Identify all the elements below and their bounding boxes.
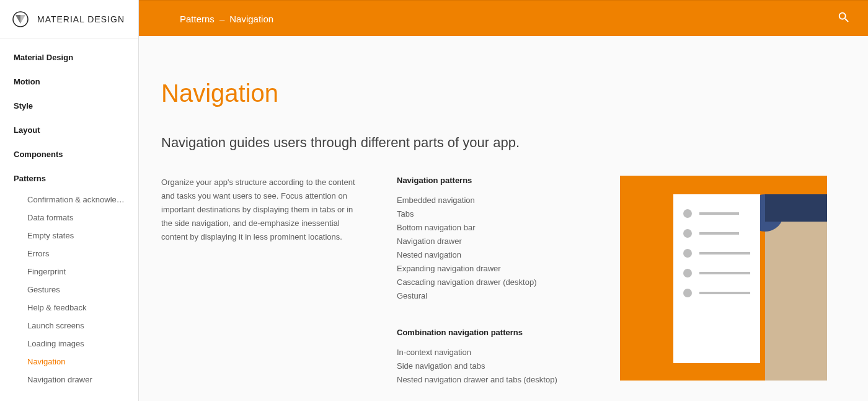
pattern-list: Embedded navigation Tabs Bottom navigati… — [397, 194, 583, 303]
pattern-item: In-context navigation — [397, 346, 583, 359]
section-nav-patterns: Navigation patterns Embedded navigation … — [397, 176, 583, 303]
breadcrumb-parent[interactable]: Patterns — [180, 14, 215, 24]
nav-item-components[interactable]: Components — [0, 142, 138, 166]
pattern-item: Nested navigation — [397, 248, 583, 262]
sub-item-help-feedback[interactable]: Help & feedback — [0, 299, 138, 317]
page-content: Navigation Navigation guides users throu… — [139, 36, 868, 401]
pattern-item: Bottom navigation bar — [397, 221, 583, 235]
column-description: Organize your app's structure according … — [161, 176, 360, 387]
column-illustration — [620, 176, 837, 387]
sidebar-nav: Material Design Motion Style Layout Comp… — [0, 39, 138, 389]
nav-item-style[interactable]: Style — [0, 94, 138, 118]
page-title: Navigation — [161, 79, 837, 107]
sub-item-fingerprint[interactable]: Fingerprint — [0, 263, 138, 281]
illustration-card — [673, 194, 760, 363]
sub-item-launch-screens[interactable]: Launch screens — [0, 317, 138, 335]
nav-item-material-design[interactable]: Material Design — [0, 45, 138, 70]
material-logo-icon — [12, 11, 29, 27]
sub-item-gestures[interactable]: Gestures — [0, 281, 138, 299]
content-columns: Organize your app's structure according … — [161, 176, 837, 387]
sidebar[interactable]: MATERIAL DESIGN Material Design Motion S… — [0, 0, 139, 401]
sub-item-confirmation[interactable]: Confirmation & acknowledge… — [0, 191, 138, 209]
page-intro: Navigation guides users through differen… — [161, 135, 837, 151]
sub-item-data-formats[interactable]: Data formats — [0, 209, 138, 227]
app-root: MATERIAL DESIGN Material Design Motion S… — [0, 0, 868, 401]
topbar: Patterns – Navigation — [139, 0, 868, 36]
column-patterns: Navigation patterns Embedded navigation … — [397, 176, 583, 387]
pattern-item: Tabs — [397, 207, 583, 221]
nav-item-motion[interactable]: Motion — [0, 70, 138, 94]
body-paragraph: Organize your app's structure according … — [161, 176, 360, 244]
section-combo-patterns: Combination navigation patterns In-conte… — [397, 328, 583, 387]
nav-item-patterns[interactable]: Patterns — [0, 166, 138, 191]
svg-marker-2 — [16, 15, 20, 24]
sub-item-navigation[interactable]: Navigation — [0, 353, 138, 371]
pattern-item: Side navigation and tabs — [397, 359, 583, 373]
illustration-dark-rect — [765, 194, 827, 222]
pattern-item: Gestural — [397, 289, 583, 303]
sub-item-errors[interactable]: Errors — [0, 245, 138, 263]
nav-item-layout[interactable]: Layout — [0, 118, 138, 142]
breadcrumb: Patterns – Navigation — [180, 14, 273, 24]
section-heading: Navigation patterns — [397, 176, 583, 185]
sub-item-loading-images[interactable]: Loading images — [0, 335, 138, 353]
main-content[interactable]: Patterns – Navigation Navigation Navigat… — [139, 0, 868, 401]
brand-header[interactable]: MATERIAL DESIGN — [0, 0, 138, 39]
pattern-item: Navigation drawer — [397, 235, 583, 248]
pattern-list: In-context navigation Side navigation an… — [397, 346, 583, 387]
brand-title: MATERIAL DESIGN — [37, 14, 125, 24]
section-heading: Combination navigation patterns — [397, 328, 583, 337]
pattern-item: Cascading navigation drawer (desktop) — [397, 276, 583, 289]
breadcrumb-separator: – — [219, 14, 224, 24]
pattern-item: Nested navigation drawer and tabs (deskt… — [397, 373, 583, 387]
breadcrumb-current: Navigation — [229, 14, 273, 24]
sub-item-navigation-drawer[interactable]: Navigation drawer — [0, 371, 138, 389]
illustration — [620, 176, 827, 381]
pattern-item: Expanding navigation drawer — [397, 262, 583, 276]
pattern-item: Embedded navigation — [397, 194, 583, 207]
search-icon[interactable] — [837, 11, 851, 27]
sub-item-empty-states[interactable]: Empty states — [0, 227, 138, 245]
